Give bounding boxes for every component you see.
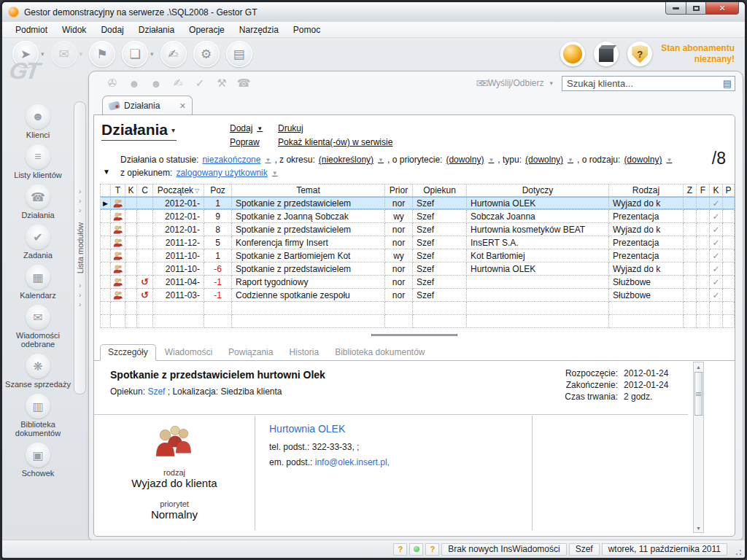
filter-value-dowolny[interactable]: (dowolny)▼: [525, 155, 573, 165]
new-document-icon-dropdown[interactable]: ▾: [150, 50, 154, 58]
column-header-k2[interactable]: K: [710, 184, 723, 197]
sidebar-item-listy-klient-w[interactable]: ≡Listy klientów: [5, 144, 71, 179]
column-header-dotyczy[interactable]: Dotyczy: [467, 184, 609, 197]
filter-value-zalogowany-u-ytkownik[interactable]: zalogowany użytkownik▼: [176, 168, 277, 178]
column-header-rodzaj[interactable]: Rodzaj: [609, 184, 684, 197]
column-header-z[interactable]: Z: [684, 184, 697, 197]
online-sphere-icon[interactable]: [560, 42, 585, 66]
search-input[interactable]: [562, 78, 723, 89]
column-header-opiekun[interactable]: Opiekun: [413, 184, 467, 197]
filter-expand-toggle[interactable]: ▼: [103, 168, 110, 176]
status-help-icon-2[interactable]: ?: [425, 543, 439, 556]
module-list-panel[interactable]: ››› Lista modułów ›››: [74, 101, 86, 394]
detail-tab-historia[interactable]: Historia: [282, 345, 326, 360]
quick-task-add-icon[interactable]: ✓: [191, 75, 209, 91]
tab-close-icon[interactable]: ✕: [179, 101, 186, 111]
empty-cell: [413, 315, 467, 328]
scroll-up-icon[interactable]: ▲: [694, 362, 703, 371]
table-row-3[interactable]: 2012-01-8Spotkanie z przedstawicielemnor…: [101, 223, 735, 236]
column-header-prior[interactable]: Prior: [385, 184, 413, 197]
minimize-button[interactable]: [665, 2, 686, 15]
sidebar-item-klienci[interactable]: ☻Klienci: [5, 104, 71, 139]
print-icon[interactable]: ▤: [226, 41, 252, 67]
sidebar-item-schowek[interactable]: ▣Schowek: [5, 443, 71, 478]
search-list-icon[interactable]: ▤: [723, 78, 735, 89]
edit-icon[interactable]: ✍: [160, 41, 187, 67]
quick-client-add-icon[interactable]: ☻: [147, 75, 165, 91]
stamp-icon[interactable]: ⚙: [193, 41, 220, 67]
menu-item-dodaj[interactable]: Dodaj: [93, 23, 131, 36]
sidebar-item-kalendarz[interactable]: ▦Kalendarz: [5, 265, 71, 300]
table-row-4[interactable]: 2011-12-5Konferencja firmy InsertnorSzef…: [101, 236, 735, 249]
show-client-service-link[interactable]: Pokaż klienta(-ów) w serwisie: [278, 137, 392, 147]
new-document-icon-group: ❏▾: [122, 41, 154, 67]
status-help-icon-1[interactable]: ?: [393, 543, 407, 556]
menu-item-dzia-ania[interactable]: Działania: [131, 23, 182, 36]
detail-tab-szczeg-y[interactable]: Szczegóły: [100, 344, 156, 361]
close-button[interactable]: ✕: [706, 2, 739, 15]
detail-scrollbar-thumb[interactable]: [694, 372, 703, 416]
scroll-down-icon[interactable]: ▼: [694, 524, 703, 532]
resize-grip[interactable]: [734, 548, 742, 556]
print-link[interactable]: Drukuj: [278, 123, 392, 133]
edit-link[interactable]: Popraw: [230, 137, 263, 147]
quick-relation-icon[interactable]: ⚒: [213, 75, 231, 91]
table-row-2[interactable]: 2012-01-9Spotkanie z Joanną SobczakwySze…: [101, 210, 735, 223]
quick-note-edit-icon[interactable]: ✍: [169, 75, 187, 91]
detail-scrollbar[interactable]: ▲ ▼: [693, 362, 704, 533]
table-row-1[interactable]: ▶2012-01-1Spotkanie z przedstawicielemno…: [101, 197, 735, 210]
column-header-f[interactable]: F: [697, 184, 710, 197]
add-link[interactable]: Dodaj▼: [230, 123, 263, 133]
menu-item-operacje[interactable]: Operacje: [182, 23, 232, 36]
sidebar-item-zadania[interactable]: ✔Zadania: [5, 225, 71, 260]
select-client-icon-dropdown[interactable]: ▾: [41, 50, 44, 58]
sidebar-item-szanse-sprzeda-y[interactable]: ❋Szanse sprzedaży: [5, 354, 71, 389]
maximize-button[interactable]: [686, 2, 706, 15]
table-row-6[interactable]: 2011-10--6Spotkanie z przedstawicielemno…: [101, 262, 735, 276]
column-header-c[interactable]: C: [137, 184, 153, 197]
menu-item-pomoc[interactable]: Pomoc: [286, 23, 328, 36]
column-header-p[interactable]: P: [723, 184, 735, 197]
filter-value-nieokre-lony[interactable]: (nieokreślony)▼: [319, 155, 384, 165]
send-receive-button[interactable]: ✉✉ Wyślij/Odbierz ▾: [476, 77, 553, 89]
opiekun-link[interactable]: Szef: [147, 386, 165, 397]
menu-item-narz-dzia[interactable]: Narzędzia: [232, 23, 286, 36]
license-shield-icon[interactable]: ?: [627, 42, 652, 66]
flag-icon[interactable]: ⚑: [89, 41, 115, 67]
page-title[interactable]: Działania ▾: [101, 121, 177, 141]
column-header-poz[interactable]: Poz: [204, 184, 232, 197]
quick-phone-icon[interactable]: ☎: [235, 75, 252, 91]
send-message-icon[interactable]: ✉: [51, 41, 77, 67]
sidebar-item-wiadomo-ci-odebrane[interactable]: ✉Wiadomości odebrane: [5, 305, 71, 349]
quick-stamp-icon[interactable]: ✇: [104, 75, 121, 91]
menu-item-podmiot[interactable]: Podmiot: [8, 23, 55, 36]
table-horizontal-scrollbar[interactable]: [371, 334, 457, 338]
sidebar-item-dzia-ania[interactable]: ☎Działania: [5, 184, 71, 219]
client-name-link[interactable]: Hurtownia OLEK: [269, 423, 390, 435]
send-message-icon-dropdown[interactable]: ▾: [80, 50, 83, 58]
menu-item-widok[interactable]: Widok: [55, 23, 93, 36]
detail-tab-powi-zania[interactable]: Powiązania: [221, 345, 280, 360]
column-header-temat[interactable]: Temat: [232, 184, 385, 197]
package-cube-icon[interactable]: [594, 42, 619, 66]
table-row-7[interactable]: ↺2011-04--1Raport tygodniowynorSzefSłużb…: [101, 276, 735, 289]
sidebar-item-biblioteka-dokument-w[interactable]: ▥Biblioteka dokumentów: [5, 394, 71, 438]
new-document-icon[interactable]: ❏: [122, 41, 148, 67]
quick-client-icon[interactable]: ☻: [125, 75, 143, 91]
filter-value-niezako-czone[interactable]: niezakończone▼: [202, 155, 271, 165]
column-header-t[interactable]: T: [111, 184, 125, 197]
filter-value-dowolny[interactable]: (dowolny)▼: [446, 155, 494, 165]
filter-value-dowolny[interactable]: (dowolny)▼: [624, 155, 672, 165]
detail-tab-wiadomo-ci[interactable]: Wiadomości: [158, 345, 220, 360]
toolbar-left-icons: ➤▾✉▾⚑❏▾✍⚙▤: [12, 41, 259, 67]
column-header-k1[interactable]: K: [125, 184, 137, 197]
detail-tab-biblioteka-dokument-w[interactable]: Biblioteka dokumentów: [328, 345, 432, 360]
status-connection-icon[interactable]: [409, 543, 423, 556]
column-header-sel[interactable]: [101, 184, 111, 197]
table-row-8[interactable]: ↺2011-03--1Codzienne spotkanie zespołuno…: [101, 289, 735, 302]
table-row-5[interactable]: 2011-10-1Spotkanie z Bartłomiejem KotwyS…: [101, 249, 735, 262]
column-header-poczatek[interactable]: Początek▽: [153, 184, 204, 197]
detail-meta-row-0: Rozpoczęcie:2012-01-24: [565, 368, 679, 379]
email-link[interactable]: info@olek.insert.pl,: [315, 457, 390, 467]
tab-dzialania[interactable]: Działania ✕: [102, 96, 193, 115]
